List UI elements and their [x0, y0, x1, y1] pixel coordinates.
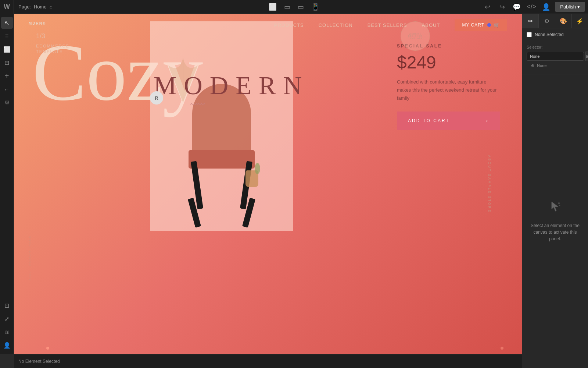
- undo-btn[interactable]: ↩: [481, 1, 493, 13]
- stamp-text: WEBSITEDESIGNERTEMPLATE: [408, 33, 422, 39]
- arrow-right-icon: ⟶: [481, 118, 489, 123]
- nav-link-products[interactable]: PRODUCTS: [274, 22, 304, 28]
- page-home-icon: ⌂: [50, 4, 53, 10]
- product-image-area: [150, 21, 293, 231]
- publish-button[interactable]: Publish ▾: [555, 2, 585, 12]
- mobile-btn[interactable]: 📱: [310, 1, 321, 13]
- tablet-landscape-btn[interactable]: ▭: [283, 1, 292, 13]
- website-preview: MDRN® PRODUCTS COLLECTION BEST SELLERS A…: [14, 14, 522, 354]
- sidebar-item-pages[interactable]: ⬜: [1, 43, 13, 55]
- bottom-bar: No Element Selected: [14, 354, 522, 368]
- r-badge: R: [150, 91, 163, 105]
- cart-icon: 🛒: [494, 22, 500, 28]
- select-element-text: Select an element on the canvas to activ…: [530, 222, 581, 242]
- selector-input-row: ⊞: [527, 52, 584, 61]
- chair-visual: [181, 91, 262, 231]
- page-label: Page:: [18, 4, 31, 10]
- svg-point-2: [559, 205, 560, 206]
- nav-link-collection[interactable]: COLLECTION: [319, 22, 353, 28]
- sidebar-item-media[interactable]: ⌐: [1, 83, 13, 95]
- redo-btn[interactable]: ↪: [496, 1, 508, 13]
- selector-none-icon: ⊕: [531, 63, 534, 68]
- product-info-panel: SPECIAL SALE $249 Combined with comforta…: [397, 43, 500, 130]
- stamp-circle: WEBSITEDESIGNERTEMPLATE: [401, 21, 430, 51]
- right-panel-events-icon[interactable]: ⚡: [572, 14, 588, 28]
- right-panel-edit-icon[interactable]: ✏: [522, 14, 539, 28]
- cart-notification-dot: [487, 23, 491, 27]
- sidebar-item-screen[interactable]: ⊡: [1, 300, 13, 311]
- selector-label: Selector:: [527, 45, 584, 49]
- canvas-area[interactable]: MDRN® PRODUCTS COLLECTION BEST SELLERS A…: [14, 14, 522, 354]
- right-panel-top-icons: ✏ ⚙ 🎨 ⚡: [522, 14, 588, 28]
- selector-button[interactable]: ⊞: [585, 52, 588, 61]
- none-selected-row: None Selected: [522, 28, 588, 41]
- modern-hero-text: MODERN: [154, 71, 309, 100]
- page-info: Page: Home ⌂: [14, 4, 57, 10]
- sidebar-item-users[interactable]: 👤: [1, 339, 13, 351]
- cart-button[interactable]: MY CART 🛒: [455, 19, 507, 31]
- nav-logo: MDRN®: [29, 20, 46, 30]
- top-right-controls: ↩ ↪ 💬 </> 👤 Publish ▾: [481, 1, 588, 13]
- sidebar-item-resize[interactable]: ⤢: [1, 313, 13, 325]
- side-label-right: ABOUT SAMPLE STORE: [487, 155, 491, 213]
- sidebar-item-add[interactable]: +: [1, 70, 13, 82]
- right-panel-settings-icon[interactable]: ⚙: [539, 14, 555, 28]
- status-label: No Element Selected: [18, 359, 60, 364]
- click-cursor-icon: [549, 200, 562, 216]
- page-name: Home: [34, 4, 47, 10]
- dot-2[interactable]: [501, 347, 503, 350]
- sidebar-item-layers[interactable]: ⊟: [1, 57, 13, 68]
- add-to-cart-button[interactable]: ADD TO CART ⟶: [397, 112, 500, 130]
- dot-active[interactable]: [46, 347, 49, 350]
- none-selected-label: None Selected: [535, 32, 564, 37]
- nav-link-bestsellers[interactable]: BEST SELLERS: [368, 22, 407, 28]
- ecommerce-label: ECOMMERCE TEMPLATE: [36, 43, 69, 55]
- comments-btn[interactable]: 💬: [511, 1, 523, 13]
- product-description: Combined with comfortable, easy furnitur…: [397, 78, 500, 102]
- left-sidebar: ↖ ≡ ⬜ ⊟ + ⌐ ⚙ ⊡ ⤢ ≋ 👤: [0, 14, 14, 354]
- side-label-left: 2020 - DESIGN TREND: [28, 235, 31, 280]
- selector-none-label: ⊕ None: [527, 61, 584, 70]
- preview-nav: MDRN® PRODUCTS COLLECTION BEST SELLERS A…: [14, 14, 522, 36]
- none-selected-checkbox[interactable]: [527, 32, 532, 37]
- sidebar-item-cursor[interactable]: ↖: [1, 17, 13, 29]
- wix-logo-area: W: [0, 0, 14, 14]
- product-price: $249: [397, 52, 500, 72]
- wavy-line-decoration: 〰〰: [190, 100, 205, 109]
- sidebar-item-chart[interactable]: ≋: [1, 326, 13, 338]
- tablet-portrait-btn[interactable]: ▭: [296, 1, 305, 13]
- selector-input[interactable]: [527, 52, 584, 61]
- right-panel: ✏ ⚙ 🎨 ⚡ None Selected Selector: ⊞ ⊕ None…: [522, 14, 588, 368]
- sidebar-item-menu[interactable]: ≡: [1, 30, 13, 42]
- svg-point-1: [558, 202, 560, 204]
- selector-section: Selector: ⊞ ⊕ None: [522, 41, 588, 74]
- sidebar-item-settings[interactable]: ⚙: [1, 96, 13, 108]
- device-controls: ⬜ ▭ ▭ 📱: [267, 1, 321, 13]
- profile-btn[interactable]: 👤: [540, 1, 552, 13]
- right-panel-style-icon[interactable]: 🎨: [555, 14, 572, 28]
- select-element-panel: Select an element on the canvas to activ…: [522, 74, 588, 368]
- wix-logo: W: [4, 3, 10, 11]
- bottom-dots: [28, 347, 522, 350]
- desktop-device-btn[interactable]: ⬜: [267, 1, 278, 13]
- code-btn[interactable]: </>: [526, 1, 537, 13]
- top-bar: W Page: Home ⌂ ⬜ ▭ ▭ 📱 ↩ ↪ 💬 </> 👤 Publi…: [0, 0, 588, 14]
- chevron-down-icon: ▾: [577, 4, 580, 10]
